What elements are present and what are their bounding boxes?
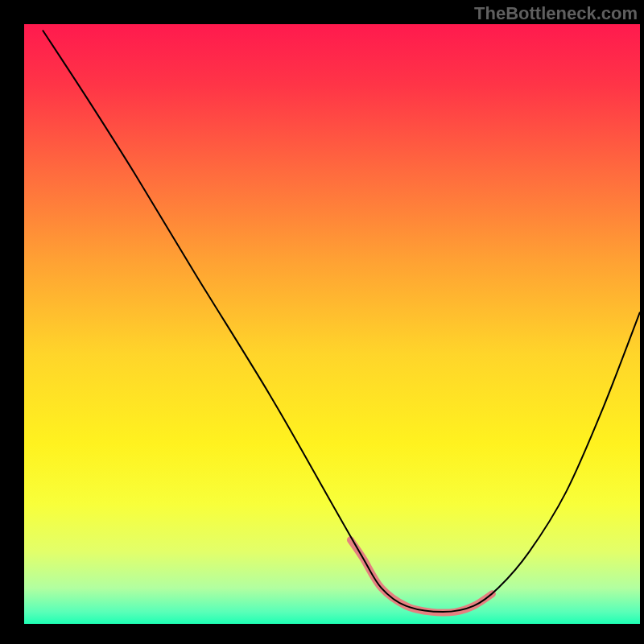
watermark-text: TheBottleneck.com xyxy=(474,3,638,24)
plot-background xyxy=(24,24,640,624)
bottleneck-chart: TheBottleneck.com xyxy=(0,0,644,644)
chart-canvas xyxy=(0,0,644,644)
